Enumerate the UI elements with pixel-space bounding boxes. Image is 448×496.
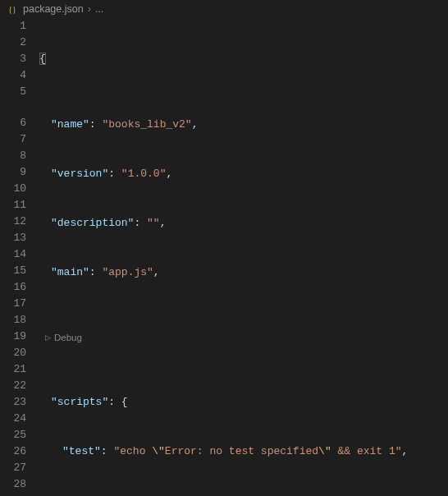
line-number: 4 <box>0 67 26 84</box>
line-number: 22 <box>0 378 26 394</box>
line-number: 23 <box>0 394 26 411</box>
line-number: 12 <box>0 214 26 230</box>
line-number: 25 <box>0 427 26 443</box>
line-number: 5 <box>0 84 26 100</box>
line-number: 3 <box>0 51 26 67</box>
line-number: 20 <box>0 345 26 361</box>
code-editor[interactable]: 1234567891011121314151617181920212223242… <box>0 18 448 496</box>
line-number: 9 <box>0 164 26 181</box>
json-value: "books_lib_v2" <box>102 118 191 131</box>
line-number: 6 <box>0 115 26 131</box>
line-number: 7 <box>0 131 26 148</box>
breadcrumb-file[interactable]: package.json <box>23 3 84 15</box>
json-key-version: "version" <box>51 168 108 180</box>
json-value: "app.js" <box>102 266 153 278</box>
json-braces-icon: {} <box>8 4 19 15</box>
line-number: 14 <box>0 246 26 263</box>
json-key-name: "name" <box>51 118 89 131</box>
line-number: 17 <box>0 296 26 312</box>
json-value: "" <box>147 217 160 229</box>
line-number-gutter: 1234567891011121314151617181920212223242… <box>0 18 39 496</box>
json-key-main: "main" <box>51 266 89 278</box>
line-number: 8 <box>0 148 26 164</box>
json-key-description: "description" <box>51 217 134 229</box>
svg-text:{}: {} <box>8 4 16 13</box>
line-number: 2 <box>0 34 26 51</box>
json-key-scripts: "scripts" <box>51 396 108 408</box>
line-number: 26 <box>0 443 26 460</box>
line-number: 10 <box>0 181 26 197</box>
breadcrumb-tail[interactable]: ... <box>95 3 103 15</box>
line-number: 13 <box>0 230 26 246</box>
line-number: 29 <box>0 493 26 496</box>
line-number: 28 <box>0 476 26 493</box>
line-number: 16 <box>0 279 26 296</box>
codelens-label: Debug <box>54 329 82 346</box>
breadcrumb-sep: › <box>88 3 91 15</box>
line-number: 24 <box>0 411 26 427</box>
play-icon: ▷ <box>45 329 51 346</box>
codelens-debug[interactable]: ▷Debug <box>39 330 448 345</box>
line-number: 15 <box>0 263 26 279</box>
line-number: 11 <box>0 197 26 214</box>
line-number: 1 <box>0 18 26 34</box>
line-number: 19 <box>0 328 26 345</box>
code-area[interactable]: { "name": "books_lib_v2", "version": "1.… <box>39 18 448 496</box>
line-number: 18 <box>0 312 26 328</box>
brace-open: { <box>39 53 46 65</box>
json-value: "1.0.0" <box>121 168 167 180</box>
breadcrumb[interactable]: {} package.json › ... <box>0 0 448 18</box>
json-key-test: "test" <box>62 445 101 457</box>
line-number: 27 <box>0 460 26 476</box>
line-number: 21 <box>0 361 26 378</box>
